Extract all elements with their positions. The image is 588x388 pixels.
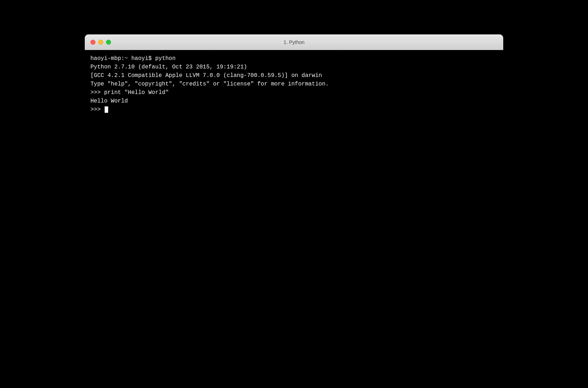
terminal-prompt-line: >>> [90, 105, 498, 114]
terminal-line-6: Hello World [90, 97, 498, 105]
title-bar: 1. Python [85, 34, 503, 50]
window-title: 1. Python [283, 39, 304, 45]
close-button[interactable] [90, 40, 95, 45]
minimize-button[interactable] [98, 40, 103, 45]
terminal-line-2: Python 2.7.10 (default, Oct 23 2015, 19:… [90, 63, 498, 71]
terminal-body[interactable]: haoyi-mbp:~ haoyi$ python Python 2.7.10 … [85, 50, 503, 311]
maximize-button[interactable] [106, 40, 111, 45]
terminal-cursor [105, 106, 108, 113]
window-controls [90, 40, 111, 45]
terminal-line-5: >>> print "Hello World" [90, 88, 498, 97]
terminal-line-1: haoyi-mbp:~ haoyi$ python [90, 54, 498, 63]
terminal-window: 1. Python haoyi-mbp:~ haoyi$ python Pyth… [85, 34, 503, 311]
terminal-line-3: [GCC 4.2.1 Compatible Apple LLVM 7.0.0 (… [90, 71, 498, 80]
terminal-line-4: Type "help", "copyright", "credits" or "… [90, 80, 498, 88]
prompt-text: >>> [90, 106, 104, 113]
